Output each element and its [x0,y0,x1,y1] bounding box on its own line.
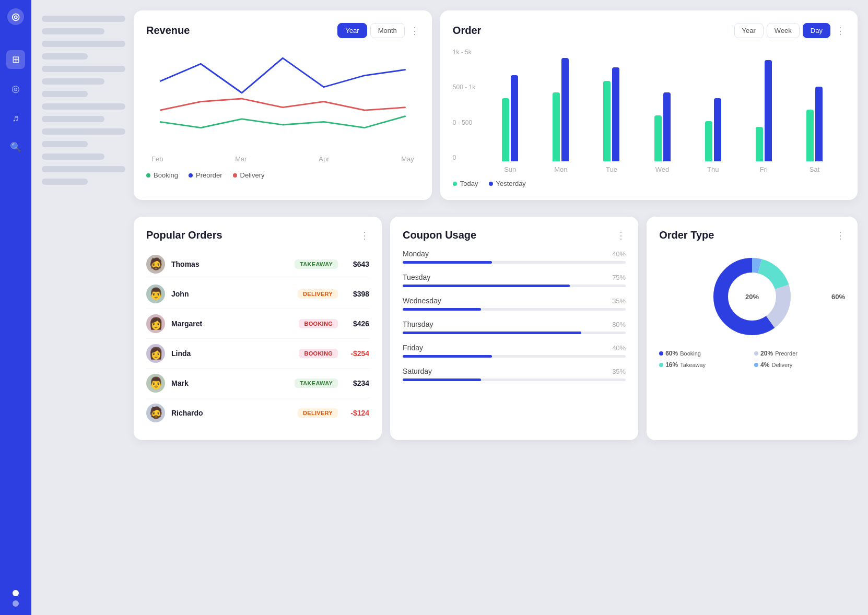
y-label-1k: 1k - 5k [453,49,475,56]
bar-wed-green [654,115,662,161]
takeaway-pct: 16% [665,361,678,369]
bar-tue-green [603,81,611,161]
nav-item-4 [42,53,88,60]
sidebar-icon-music[interactable]: ♬ [6,109,25,127]
revenue-card: Revenue Year Month ⋮ [134,10,432,200]
yesterday-label: Yesterday [496,180,526,187]
legend-delivery-ot: 4% Delivery [754,361,845,369]
revenue-menu[interactable]: ⋮ [410,25,419,37]
x-label-tue: Tue [586,165,637,173]
main-area: Revenue Year Month ⋮ [31,0,868,615]
avatar-margaret: 👩 [146,314,165,333]
order-title: Order [453,25,481,37]
coupon-menu[interactable]: ⋮ [616,230,626,241]
popular-orders-menu[interactable]: ⋮ [360,230,369,241]
sidebar-icon-analytics[interactable]: ◎ [6,79,25,98]
popular-orders-card: Popular Orders ⋮ 🧔 Thomas TAKEAWAY $643 … [134,217,382,440]
app-logo[interactable]: ◎ [7,8,24,25]
coupon-friday: Friday 40% [403,344,626,358]
orders-list: 🧔 Thomas TAKEAWAY $643 👨 John DELIVERY $… [146,250,369,428]
badge-mark: TAKEAWAY [295,379,338,388]
preorder-dot-ot [754,351,758,356]
sidebar-icon-dashboard[interactable]: ⊞ [6,50,25,69]
order-day-btn[interactable]: Day [803,23,830,38]
revenue-title: Revenue [146,25,190,37]
coupon-pct-friday: 40% [612,344,626,352]
bar-sun-blue [511,75,518,161]
donut-center-text: 20% [745,293,759,301]
coupon-day-saturday: Saturday [403,367,432,375]
bar-wed-blue [663,92,671,161]
delivery-lbl: Delivery [771,362,792,368]
bar-group-tue [586,46,637,161]
bar-sun-green [502,98,509,161]
order-type-card: Order Type ⋮ [647,217,858,440]
order-row-john: 👨 John DELIVERY $398 [146,279,369,309]
revenue-x-labels: Feb Mar Apr May [146,155,419,163]
coupon-saturday: Saturday 35% [403,367,626,381]
revenue-month-btn[interactable]: Month [370,23,405,38]
y-label-0-500: 0 - 500 [453,119,475,126]
revenue-year-btn[interactable]: Year [337,23,367,38]
legend-delivery: Delivery [233,171,265,179]
left-nav [42,10,125,605]
order-bars-area: Sun Mon Tue Wed Thu Fri Sat [479,46,845,173]
bar-sat-green [806,110,814,161]
coupon-wednesday: Wednesday 35% [403,297,626,311]
sidebar-dot-1 [13,590,19,596]
order-row-margaret: 👩 Margaret BOOKING $426 [146,309,369,339]
avatar-thomas: 🧔 [146,255,165,274]
revenue-actions: Year Month ⋮ [337,23,419,38]
order-year-btn[interactable]: Year [734,23,764,38]
y-label-500: 500 - 1k [453,84,475,91]
delivery-dot [233,173,237,178]
order-week-btn[interactable]: Week [767,23,800,38]
bar-group-fri [738,46,789,161]
bar-thu-green [705,121,712,161]
x-label-mon: Mon [535,165,586,173]
revenue-chart [146,46,419,151]
coupon-day-tuesday: Tuesday [403,273,430,281]
legend-today: Today [453,180,478,187]
donut-chart: 20% 60% [659,250,845,344]
nav-item-13 [42,166,125,172]
sidebar: ◎ ⊞ ◎ ♬ 🔍 [0,0,31,615]
badge-linda: BOOKING [299,349,338,358]
bar-sat-blue [815,87,823,161]
booking-pct: 60% [665,350,678,357]
nav-item-8 [42,103,125,110]
coupon-rows: Monday 40% Tuesday 75% [403,250,626,381]
delivery-dot-ot [754,363,758,367]
coupon-usage-card: Coupon Usage ⋮ Monday 40% Tuesday [390,217,638,440]
bar-group-sat [789,46,840,161]
x-label-thu: Thu [688,165,738,173]
order-name-richardo: Richardo [171,409,291,417]
coupon-pct-monday: 40% [612,250,626,258]
legend-preorder-ot: 20% Preorder [754,350,845,357]
nav-item-5 [42,66,125,72]
booking-label: Booking [154,171,178,179]
nav-item-3 [42,41,125,47]
order-name-mark: Mark [171,379,288,387]
order-name-thomas: Thomas [171,260,288,268]
order-menu[interactable]: ⋮ [836,25,845,37]
progress-wednesday [403,308,480,311]
nav-item-12 [42,153,104,160]
yesterday-dot [489,182,493,186]
coupon-monday: Monday 40% [403,250,626,264]
order-name-linda: Linda [171,349,292,358]
x-label-sat: Sat [789,165,840,173]
booking-dot [146,173,150,178]
today-dot [453,182,457,186]
order-type-menu[interactable]: ⋮ [836,230,845,241]
order-chart-wrapper: 1k - 5k 500 - 1k 0 - 500 0 [453,46,845,173]
donut-ext-label: 60% [831,293,845,301]
x-label-apr: Apr [319,155,329,163]
x-label-mar: Mar [235,155,247,163]
x-label-fri: Fri [738,165,789,173]
sidebar-icon-search[interactable]: 🔍 [6,138,25,157]
bar-mon-green [553,92,560,161]
takeaway-lbl: Takeaway [680,362,706,368]
y-label-0: 0 [453,154,475,161]
amount-mark: $234 [344,379,369,387]
